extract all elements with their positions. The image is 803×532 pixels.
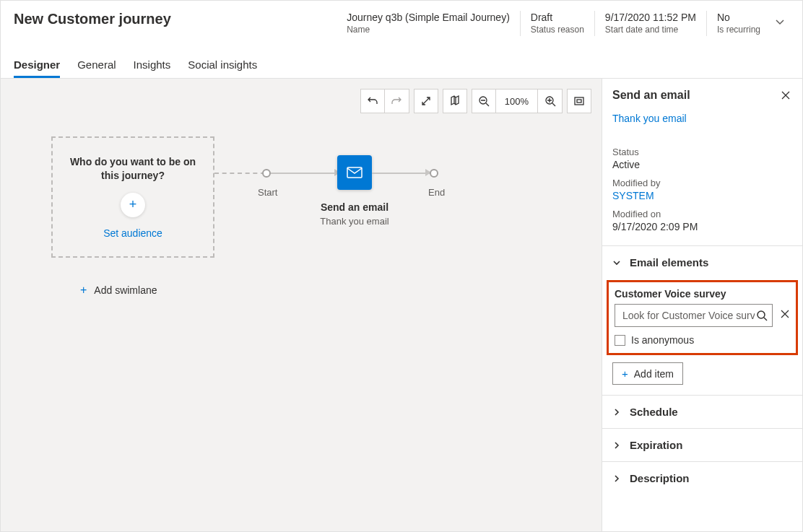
designer-canvas[interactable]: 100% Who do you want to be on this journ… bbox=[1, 78, 602, 531]
header-meta: Journey q3b (Simple Email Journey) Name … bbox=[337, 8, 771, 36]
status-value: Active bbox=[612, 159, 792, 170]
plus-icon: + bbox=[80, 284, 87, 297]
clear-survey-button[interactable] bbox=[780, 309, 790, 322]
panel-email-link[interactable]: Thank you email bbox=[612, 113, 687, 124]
status-label: Status bbox=[612, 147, 792, 157]
modified-on-value: 9/17/2020 2:09 PM bbox=[612, 221, 792, 232]
set-audience-link[interactable]: Set audience bbox=[103, 227, 162, 239]
cv-survey-input[interactable] bbox=[621, 309, 756, 322]
tile-title: Send an email bbox=[290, 201, 420, 213]
expiration-label: Expiration bbox=[630, 439, 682, 451]
connector-line bbox=[271, 173, 337, 174]
meta-recurring-value: No bbox=[717, 11, 760, 24]
page-title: New Customer journey bbox=[14, 8, 171, 27]
email-elements-label: Email elements bbox=[630, 256, 708, 269]
connector-line-2 bbox=[372, 173, 430, 174]
tab-insights[interactable]: Insights bbox=[134, 54, 171, 78]
start-node bbox=[262, 169, 271, 178]
section-description[interactable]: Description bbox=[602, 462, 802, 494]
is-anonymous-label: Is anonymous bbox=[631, 334, 694, 346]
meta-name-value: Journey q3b (Simple Email Journey) bbox=[347, 11, 510, 24]
plus-icon: + bbox=[622, 367, 628, 380]
tile-subtitle: Thank you email bbox=[290, 216, 420, 227]
audience-placeholder[interactable]: Who do you want to be on this journey? +… bbox=[51, 136, 214, 258]
start-label: Start bbox=[258, 187, 277, 198]
schedule-label: Schedule bbox=[630, 406, 678, 418]
end-label: End bbox=[428, 187, 445, 198]
add-swimlane-label: Add swimlane bbox=[94, 284, 157, 296]
panel-title: Send an email bbox=[612, 89, 779, 102]
description-label: Description bbox=[630, 472, 690, 484]
section-expiration[interactable]: Expiration bbox=[602, 429, 802, 461]
section-email-elements[interactable]: Email elements bbox=[602, 246, 802, 279]
cv-survey-label: Customer Voice survey bbox=[615, 288, 790, 300]
meta-recurring-label: Is recurring bbox=[717, 24, 760, 36]
tab-bar: Designer General Insights Social insight… bbox=[1, 41, 802, 78]
modified-by-value[interactable]: SYSTEM bbox=[612, 190, 792, 201]
send-email-tile[interactable] bbox=[337, 155, 372, 190]
close-panel-button[interactable] bbox=[779, 89, 792, 105]
add-swimlane-button[interactable]: + Add swimlane bbox=[80, 284, 157, 297]
header-expand-chevron[interactable] bbox=[771, 8, 789, 27]
svg-point-5 bbox=[758, 311, 765, 318]
tab-social-insights[interactable]: Social insights bbox=[188, 54, 257, 78]
tab-general[interactable]: General bbox=[77, 54, 116, 78]
modified-on-label: Modified on bbox=[612, 209, 792, 219]
meta-start-label: Start date and time bbox=[605, 24, 696, 36]
properties-panel: Send an email Thank you email Status Act… bbox=[602, 78, 802, 531]
add-item-label: Add item bbox=[634, 368, 674, 380]
customer-voice-block: Customer Voice survey Is anonymous bbox=[607, 280, 798, 355]
meta-status-value: Draft bbox=[531, 11, 584, 24]
connector-dashed bbox=[214, 173, 265, 174]
modified-by-label: Modified by bbox=[612, 178, 792, 188]
end-node bbox=[430, 169, 438, 178]
meta-status-label: Status reason bbox=[531, 24, 584, 36]
meta-name-label: Name bbox=[347, 24, 510, 36]
add-item-button[interactable]: + Add item bbox=[612, 362, 683, 385]
audience-question: Who do you want to be on this journey? bbox=[61, 155, 204, 183]
search-icon bbox=[756, 310, 768, 321]
tab-designer[interactable]: Designer bbox=[14, 54, 60, 78]
add-audience-button[interactable]: + bbox=[121, 193, 145, 217]
meta-start-value: 9/17/2020 11:52 PM bbox=[605, 11, 696, 24]
cv-survey-lookup[interactable] bbox=[615, 304, 773, 327]
svg-rect-4 bbox=[347, 167, 362, 178]
is-anonymous-checkbox[interactable] bbox=[615, 335, 625, 346]
section-schedule[interactable]: Schedule bbox=[602, 396, 802, 428]
